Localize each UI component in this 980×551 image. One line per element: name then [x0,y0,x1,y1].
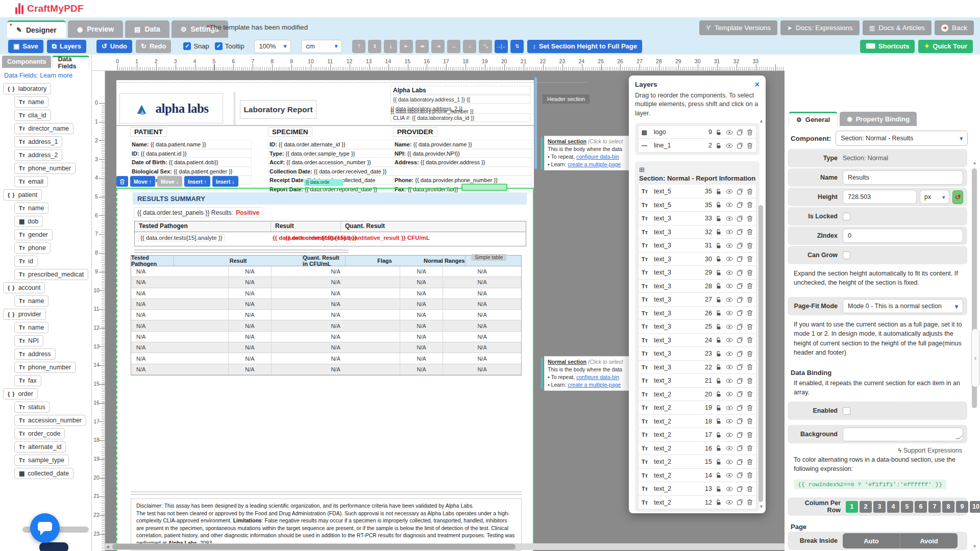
align-tool-button[interactable]: ⤒ [352,40,365,53]
layer-row[interactable]: Tᴛ text_2 16 [638,442,756,456]
visibility-eye-icon[interactable] [726,364,733,370]
trash-icon[interactable] [747,283,753,289]
layer-row[interactable]: Tᴛ text_2 17 [638,428,756,442]
data-field-chip[interactable]: address [14,348,56,360]
duplicate-icon[interactable] [737,202,743,208]
column-count-button[interactable]: 1 [846,501,858,513]
unlock-icon[interactable] [716,215,722,222]
visibility-eye-icon[interactable] [726,296,733,303]
duplicate-icon[interactable] [737,242,743,249]
canvas-horizontal-scrollbar[interactable]: ◂ [105,543,785,550]
data-field-chip[interactable]: sample_type [14,455,69,466]
configure-data-binding-link[interactable]: configure data-bin [576,374,619,380]
unlock-icon[interactable] [716,459,722,465]
visibility-eye-icon[interactable] [726,378,733,384]
insert-down-button[interactable]: Insert ↓ [212,176,238,187]
layer-row[interactable]: Tᴛ text_3 31 [638,239,756,253]
unlock-icon[interactable] [716,142,722,149]
layers-button[interactable]: ⧉Layers [47,40,86,53]
duplicate-icon[interactable] [737,337,743,343]
duplicate-icon[interactable] [737,188,743,195]
field-row[interactable]: Name: {{ data.patient.name }} [130,140,252,149]
data-field-chip[interactable]: phone_number [14,163,76,174]
visibility-eye-icon[interactable] [726,129,733,136]
visibility-eye-icon[interactable] [726,142,733,149]
scroll-up-icon[interactable]: ▲ [759,118,764,123]
header-section-label[interactable]: Header section [543,94,590,104]
trash-icon[interactable] [747,472,753,479]
normal-section-hint-2[interactable]: Normal section (Click to select This is … [544,356,629,391]
layer-row[interactable]: Tᴛ text_3 29 [638,266,756,280]
data-field-chip[interactable]: phone [14,242,51,254]
tab-property-binding[interactable]: ◉ Property Binding [840,112,917,126]
canvas-vertical-scrollbar[interactable] [534,77,537,169]
set-section-height-button[interactable]: ↕Set Section Height to Full Page [527,40,642,53]
duplicate-icon[interactable] [737,472,743,479]
layer-row[interactable]: Tᴛ text_2 13 [638,482,756,496]
analyte-expression[interactable]: {{ data.order.tests[15].analyte }} [138,234,225,241]
save-button[interactable]: ▣Save [8,40,43,53]
data-field-chip[interactable]: dob [14,216,43,227]
lab-logo-element[interactable]: ▲▲ alpha labs [119,93,223,123]
trash-icon[interactable] [747,256,753,262]
visibility-eye-icon[interactable] [726,242,733,249]
insert-up-button[interactable]: Insert ↑ [184,176,210,187]
trash-icon[interactable] [747,215,753,222]
tab-data[interactable]: ▤ Data [125,20,169,38]
unlock-icon[interactable] [716,323,722,330]
visibility-eye-icon[interactable] [726,445,733,452]
data-field-chip[interactable]: clia_id [14,110,51,121]
divider-line-element[interactable] [234,92,235,126]
trash-icon[interactable] [747,499,753,506]
background-input[interactable] [843,428,963,441]
field-row[interactable]: Name: {{ data.provider.name }} [393,140,532,149]
data-binding-enabled-checkbox[interactable] [843,407,850,415]
data-field-chip[interactable]: NPI [14,335,43,346]
align-tool-button[interactable]: ↔ [447,40,460,53]
align-tool-button[interactable]: ⤡ [479,40,492,53]
unlock-icon[interactable] [716,283,722,289]
zoom-select[interactable]: 100%▾ [254,40,291,53]
unlock-icon[interactable] [716,499,722,506]
close-icon[interactable]: × [755,81,760,88]
unlock-icon[interactable] [716,472,722,479]
can-grow-checkbox[interactable] [843,252,850,259]
quant-result-expression[interactable]: {{ data.order.tests[15].quantitative_res… [285,235,430,241]
unit-select[interactable]: cm▾ [301,40,342,53]
unlock-icon[interactable] [716,405,722,411]
align-tool-button[interactable]: ⤓ [384,40,397,53]
unlock-icon[interactable] [716,202,722,208]
quick-tour-button[interactable]: ✦Quick Tour [918,40,973,53]
visibility-eye-icon[interactable] [726,256,733,262]
duplicate-icon[interactable] [737,129,743,136]
report-title-element[interactable]: Laboratory Report [240,100,316,119]
layer-row[interactable]: Tᴛ text_2 18 [638,415,756,429]
trash-icon[interactable] [747,432,753,438]
data-field-chip[interactable]: phone_number [14,362,76,373]
layer-row[interactable]: Tᴛ text_2 12 [638,496,756,510]
field-row[interactable]: ID: {{ data.patient.id }} [130,149,252,158]
trash-icon[interactable] [747,350,753,357]
trash-icon[interactable] [747,323,753,330]
unlock-icon[interactable] [716,256,722,262]
align-tool-button[interactable]: ↕ [463,40,476,53]
layer-row[interactable]: Tᴛ text_2 20 [638,388,756,402]
unlock-icon[interactable] [716,269,722,276]
trash-icon[interactable] [747,391,753,397]
results-summary-line[interactable]: {{ data.order.test_panels }} Results: Po… [134,207,263,218]
trash-icon[interactable] [747,269,753,276]
trash-icon[interactable] [747,378,753,384]
trash-icon[interactable] [747,486,753,492]
duplicate-icon[interactable] [737,142,743,149]
visibility-eye-icon[interactable] [726,337,733,343]
trash-icon[interactable] [747,337,753,343]
duplicate-icon[interactable] [737,283,743,289]
chat-widget-button[interactable] [30,513,60,543]
scroll-left-icon[interactable]: ◂ [106,543,109,550]
layer-row[interactable]: Tᴛ text_2 14 [638,469,756,483]
trash-icon[interactable] [747,364,753,370]
tab-general[interactable]: ⚙ General [789,112,838,126]
duplicate-icon[interactable] [737,323,743,330]
trash-icon[interactable] [747,142,753,149]
visibility-eye-icon[interactable] [726,405,733,411]
